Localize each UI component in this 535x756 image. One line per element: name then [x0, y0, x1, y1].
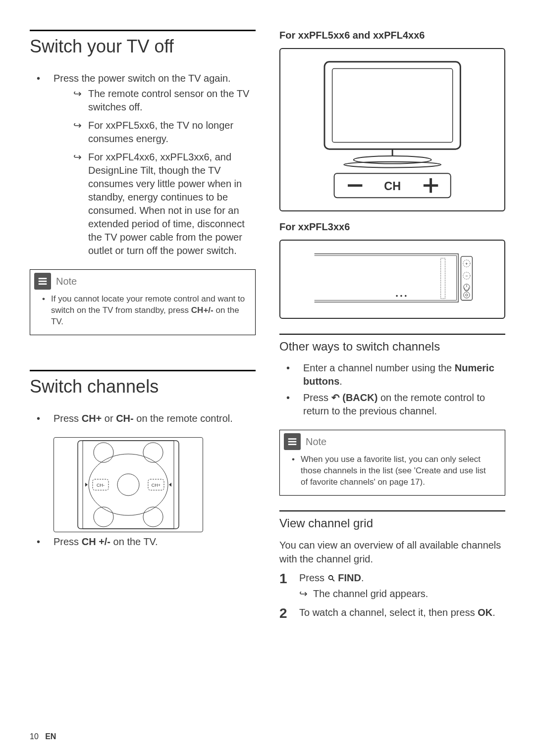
bullet2-pre: Press: [54, 536, 82, 547]
svg-point-24: [405, 295, 407, 297]
tv-side-svg: + −: [309, 249, 476, 310]
svg-point-16: [344, 162, 441, 168]
tv-side-illustration: + −: [279, 240, 505, 319]
page-number: 10: [30, 732, 39, 741]
note-label: Note: [306, 436, 326, 448]
bullet-press-ch-remote: Press CH+ or CH- on the remote control.: [30, 412, 256, 425]
svg-point-6: [94, 507, 113, 527]
ch-minus: CH-: [116, 413, 134, 424]
numeric-post: .: [339, 376, 342, 387]
pfl3-heading: For xxPFL3xx6: [279, 221, 505, 233]
svg-text:+: +: [465, 261, 468, 266]
sub-pfl4-3-designline: For xxPFL4xx6, xxPFL3xx6, and DesignLine…: [73, 151, 256, 257]
note-text-remote: If you cannot locate your remote control…: [42, 294, 245, 328]
bullet-press-power: Press the power switch on the TV again. …: [30, 72, 256, 257]
press-post: on the remote control.: [134, 413, 233, 424]
bullet-text: Press the power switch on the TV again.: [54, 73, 231, 84]
svg-text:CH+: CH+: [152, 483, 160, 488]
svg-text:CH-: CH-: [97, 483, 105, 488]
pfl5-4-heading: For xxPFL5xx6 and xxPFL4xx6: [279, 30, 505, 41]
svg-rect-12: [324, 62, 460, 149]
step1-result: The channel grid appears.: [299, 587, 505, 601]
page-footer: 10 EN: [30, 732, 56, 741]
svg-point-3: [117, 474, 139, 496]
find-icon: [327, 572, 338, 583]
view-grid-intro: You can view an overview of all availabl…: [279, 538, 505, 566]
view-channel-grid-title: View channel grid: [279, 510, 505, 530]
step1-pre: Press: [299, 572, 327, 583]
bullet-numeric-buttons: Enter a channel number using the Numeric…: [279, 361, 505, 388]
step1-bold: FIND: [338, 572, 361, 583]
tv-svg: CH: [300, 57, 484, 202]
svg-point-22: [396, 295, 398, 297]
remote-svg: CH- CH+: [54, 438, 203, 532]
svg-point-32: [463, 292, 469, 298]
or-text: or: [102, 413, 116, 424]
step1-post: .: [361, 572, 364, 583]
svg-point-7: [143, 507, 163, 527]
svg-text:CH: CH: [384, 180, 401, 193]
bullet-press-ch-tv: Press CH +/- on the TV.: [30, 535, 256, 549]
remote-control-illustration: CH- CH+: [54, 437, 203, 532]
step2-pre: To watch a channel, select it, then pres…: [299, 607, 478, 618]
right-column: For xxPFL5xx6 and xxPFL4xx6 CH For xxPFL…: [279, 30, 505, 741]
svg-rect-25: [440, 258, 445, 298]
back-pre: Press: [303, 392, 331, 403]
svg-rect-13: [332, 69, 452, 143]
svg-text:−: −: [465, 273, 468, 278]
bullet-back-button: Press ↶ (BACK) on the remote control to …: [279, 391, 505, 418]
svg-line-35: [332, 579, 334, 581]
step-select-ok: To watch a channel, select it, then pres…: [279, 605, 505, 619]
sub-pfl5: For xxPFL5xx6, the TV no longer consumes…: [73, 119, 256, 146]
switch-tv-off-title: Switch your TV off: [30, 30, 256, 57]
other-ways-title: Other ways to switch channels: [279, 334, 505, 353]
step2-bold: OK: [478, 607, 492, 618]
note-icon: [284, 433, 301, 450]
ch-plus: CH+: [82, 413, 102, 424]
tv-front-illustration: CH: [279, 48, 505, 211]
note-box-remote: Note If you cannot locate your remote co…: [30, 269, 256, 335]
note-text-favorite: When you use a favorite list, you can on…: [292, 454, 495, 488]
press-pre: Press: [54, 413, 82, 424]
back-bold: (BACK): [340, 392, 378, 403]
page-lang: EN: [45, 732, 56, 741]
switch-channels-title: Switch channels: [30, 370, 256, 397]
svg-point-34: [328, 575, 332, 579]
left-column: Switch your TV off Press the power switc…: [30, 30, 256, 741]
note-box-favorite: Note When you use a favorite list, you c…: [279, 430, 505, 496]
step-press-find: Press FIND. The channel grid appears.: [279, 571, 505, 601]
sub-remote-off: The remote control sensor on the TV swit…: [73, 87, 256, 114]
numeric-pre: Enter a channel number using the: [303, 362, 455, 373]
step2-post: .: [492, 607, 495, 618]
svg-point-5: [143, 443, 163, 462]
svg-point-33: [465, 294, 467, 296]
bullet2-bold: CH +/-: [82, 536, 110, 547]
note-label: Note: [56, 276, 77, 287]
bullet2-post: on the TV.: [110, 536, 158, 547]
note-icon: [34, 273, 51, 290]
note-bold: CH+/-: [191, 305, 214, 315]
back-icon: ↶: [331, 392, 340, 403]
svg-point-4: [94, 443, 113, 462]
svg-point-23: [400, 295, 402, 297]
